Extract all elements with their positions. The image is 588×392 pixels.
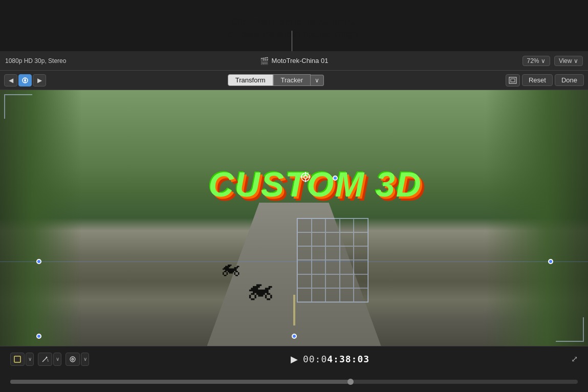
fullscreen-button[interactable]: ⤢ — [571, 354, 578, 364]
zoom-button[interactable]: 72% ∨ — [522, 56, 550, 66]
corner-bracket-tl — [4, 94, 32, 119]
tracker-cell — [354, 288, 368, 302]
road-center-line — [293, 295, 295, 325]
tracker-tool-icon — [69, 356, 76, 363]
tracker-cell — [297, 246, 312, 260]
tracker-cell — [354, 274, 368, 288]
clapper-icon: 🎬 — [260, 57, 269, 65]
tooltip-container: Click Transform to resize, move, or rota… — [0, 0, 588, 51]
select-tool-dropdown[interactable]: ∨ — [26, 353, 34, 366]
handle-bottom-center[interactable] — [292, 334, 297, 339]
video-canvas: 🏍 🏍 CUSTOM 3D — [0, 90, 588, 346]
trees-left — [0, 90, 82, 346]
transport-controls: ∨ ∨ ∨ — [0, 346, 588, 372]
tracker-cell — [354, 232, 368, 246]
tracker-cell — [340, 246, 354, 260]
magic-tool-button[interactable] — [38, 353, 52, 366]
magic-tool-dropdown[interactable]: ∨ — [53, 353, 61, 366]
svg-point-1 — [24, 79, 26, 81]
tracker-cell — [340, 219, 354, 232]
tracker-cell — [297, 288, 312, 302]
svg-line-16 — [48, 361, 49, 361]
tracker-cell — [325, 288, 340, 302]
handle-right-middle[interactable] — [548, 259, 553, 264]
tracker-cell — [325, 246, 340, 260]
tracker-cell — [325, 232, 340, 246]
tracker-cell — [312, 219, 326, 232]
tracker-tool-button[interactable] — [66, 353, 80, 366]
svg-line-13 — [42, 358, 47, 362]
center-controls: Transform Tracker ∨ — [46, 74, 506, 86]
fit-frame-button[interactable] — [506, 74, 520, 86]
handle-bottom-left[interactable] — [36, 334, 41, 339]
motorcycle-2: 🏍 — [246, 272, 274, 305]
play-area: ▶ 00:04:38:03 — [93, 354, 567, 365]
svg-rect-4 — [509, 77, 516, 83]
tracker-cell — [325, 260, 340, 274]
timeline-playhead[interactable] — [347, 379, 354, 385]
done-button[interactable]: Done — [555, 74, 584, 86]
tool-group-select: ∨ — [10, 353, 34, 366]
timecode-display: 00:04:38:03 — [303, 354, 369, 364]
top-bar: 1080p HD 30p, Stereo 🎬 MotoTrek-China 01… — [0, 51, 588, 71]
tracker-cell — [297, 274, 312, 288]
timeline-area — [0, 372, 588, 392]
view-button[interactable]: View ∨ — [554, 56, 583, 66]
tracker-cell — [340, 260, 354, 274]
tooltip-connector-line — [292, 31, 292, 51]
tracker-cell — [354, 219, 368, 232]
tracker-cell — [340, 232, 354, 246]
tracker-cell — [297, 260, 312, 274]
tracker-cell — [312, 246, 326, 260]
tracker-cell — [340, 274, 354, 288]
tracker-cell — [354, 260, 368, 274]
svg-marker-14 — [46, 356, 48, 358]
tracker-cell — [312, 274, 326, 288]
timeline-track[interactable] — [10, 380, 578, 384]
play-button[interactable]: ▶ — [291, 354, 298, 365]
svg-rect-5 — [511, 79, 515, 82]
select-tool-icon — [14, 356, 21, 363]
tool-group-magic: ∨ — [38, 353, 61, 366]
top-bar-center: 🎬 MotoTrek-China 01 — [260, 57, 329, 65]
clip-title: MotoTrek-China 01 — [272, 57, 329, 64]
tracker-button[interactable]: Tracker — [273, 74, 311, 86]
crosshair-target[interactable] — [300, 171, 311, 185]
tracker-cell — [312, 232, 326, 246]
svg-line-15 — [47, 359, 48, 360]
corner-bracket-br — [556, 317, 584, 342]
select-tool-button[interactable] — [10, 353, 25, 366]
tracker-tool-dropdown[interactable]: ∨ — [81, 353, 89, 366]
viewer-outer: 1080p HD 30p, Stereo 🎬 MotoTrek-China 01… — [0, 51, 588, 346]
trees-right — [486, 90, 588, 346]
anchor-icon — [21, 77, 29, 84]
timeline-progress — [10, 380, 351, 384]
horizontal-guide-line — [0, 262, 588, 262]
anchor-point-text[interactable] — [333, 176, 338, 181]
top-bar-right: 72% ∨ View ∨ — [328, 56, 583, 66]
tracker-cell — [325, 274, 340, 288]
handle-left-middle[interactable] — [36, 259, 41, 264]
tracker-cell — [354, 246, 368, 260]
right-controls: Reset Done — [506, 74, 584, 86]
custom-3d-title[interactable]: CUSTOM 3D — [209, 164, 422, 204]
controls-bar: ◀ ▶ Transform Tracker ∨ — [0, 71, 588, 90]
anchor-button[interactable] — [18, 74, 32, 86]
tracker-cell — [325, 219, 340, 232]
clip-info: 1080p HD 30p, Stereo — [5, 57, 260, 64]
reset-button[interactable]: Reset — [522, 74, 553, 86]
tracker-cell — [297, 232, 312, 246]
transform-button[interactable]: Transform — [228, 74, 273, 86]
transform-tracker-dropdown[interactable]: ∨ — [311, 75, 324, 86]
tracker-grid — [297, 218, 368, 302]
tracker-cell — [312, 260, 326, 274]
tool-group-tracker: ∨ — [66, 353, 89, 366]
motorcycle-1: 🏍 — [220, 256, 241, 279]
next-frame-button[interactable]: ▶ — [33, 74, 46, 86]
tracker-grid-inner — [297, 219, 368, 302]
crosshair-icon — [300, 171, 311, 183]
tooltip-line1: Click Transform to resize, move, — [228, 16, 360, 28]
magic-tool-icon — [41, 356, 49, 363]
tracker-cell — [340, 288, 354, 302]
prev-frame-button[interactable]: ◀ — [4, 74, 17, 86]
